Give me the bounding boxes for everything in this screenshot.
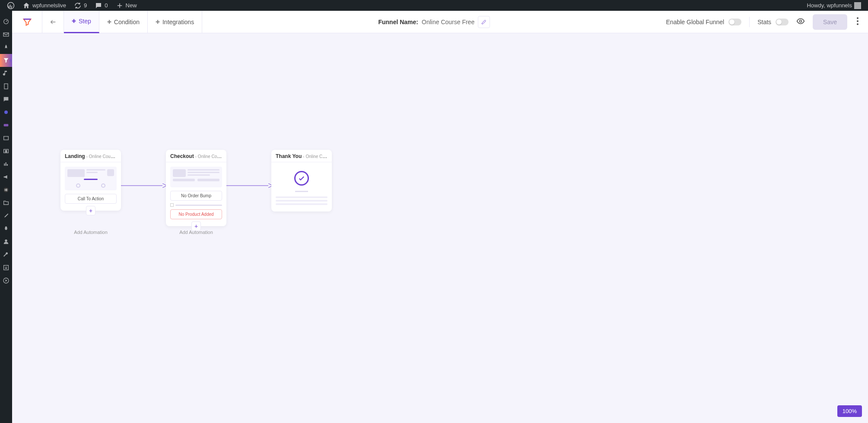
funnel-toolbar: ✚ Step ✚ Condition ✚ Integrations Funnel…	[12, 11, 868, 33]
node-thankyou[interactable]: Thank You - Online Course ...	[271, 150, 332, 212]
sidebar-wpfunnels[interactable]	[0, 54, 12, 67]
plus-icon: ✚	[156, 19, 160, 25]
user-icon	[3, 238, 10, 245]
no-product-added-button[interactable]: No Product Added	[170, 209, 222, 219]
tab-label: Step	[79, 18, 91, 25]
sidebar-users[interactable]	[0, 235, 12, 248]
sidebar-appearance[interactable]	[0, 209, 12, 222]
import-icon	[3, 264, 10, 271]
connector-arrow	[226, 183, 273, 188]
sidebar-import[interactable]	[0, 261, 12, 274]
node-title: Landing	[65, 153, 85, 159]
preview-button[interactable]	[796, 17, 805, 27]
sidebar-payments[interactable]: $	[0, 145, 12, 158]
sidebar-marketing[interactable]	[0, 170, 12, 183]
divider	[749, 17, 750, 27]
svg-point-4	[4, 110, 8, 114]
box-icon	[3, 135, 10, 142]
plus-icon	[116, 2, 124, 9]
node-preview	[170, 167, 222, 187]
brush-icon	[3, 212, 10, 219]
sidebar-templates[interactable]	[0, 196, 12, 209]
more-options-button[interactable]	[855, 16, 860, 28]
node-checkout[interactable]: Checkout - Online Course ...	[166, 150, 226, 226]
home-icon	[22, 2, 30, 9]
wp-admin-sidebar: $	[0, 11, 12, 423]
sidebar-media[interactable]	[0, 67, 12, 80]
enable-global-label: Enable Global Funnel	[666, 19, 725, 25]
sidebar-plugin-1[interactable]	[0, 106, 12, 119]
sidebar-mail[interactable]	[0, 28, 12, 41]
node-title: Checkout	[170, 153, 194, 159]
enable-global-toggle[interactable]	[728, 19, 741, 25]
svg-rect-6	[4, 136, 9, 140]
sidebar-box[interactable]	[0, 132, 12, 145]
back-button[interactable]	[42, 11, 64, 33]
pencil-icon	[481, 19, 486, 25]
add-automation-link[interactable]: Add Automation	[60, 230, 121, 235]
tab-integrations[interactable]: ✚ Integrations	[148, 11, 202, 33]
comments-link[interactable]: 0	[91, 2, 111, 9]
plus-icon: ✚	[107, 19, 111, 25]
edit-name-button[interactable]	[478, 16, 490, 28]
folder-icon	[3, 199, 10, 206]
svg-rect-12	[6, 189, 7, 190]
save-button[interactable]: Save	[813, 14, 847, 30]
sidebar-plugins[interactable]	[0, 222, 12, 235]
mail-icon	[3, 31, 10, 38]
sidebar-woo[interactable]	[0, 119, 12, 132]
greeting-text: Howdy, wpfunnels	[807, 2, 852, 9]
tab-step[interactable]: ✚ Step	[64, 11, 99, 33]
sidebar-pin[interactable]	[0, 41, 12, 54]
node-subtitle: - Online Course ...	[195, 154, 226, 159]
tab-label: Condition	[114, 19, 140, 25]
tab-label: Integrations	[162, 19, 194, 25]
svg-point-14	[5, 240, 7, 242]
updates-count: 9	[84, 2, 87, 9]
sidebar-dashboard[interactable]	[0, 15, 12, 28]
comments-icon	[3, 96, 10, 103]
comment-icon	[95, 2, 102, 9]
sidebar-analytics[interactable]	[0, 158, 12, 170]
checkmark-icon	[294, 171, 309, 186]
node-landing[interactable]: Landing - Online Course ... Call To Acti…	[60, 150, 121, 211]
comments-count: 0	[105, 2, 108, 9]
sidebar-settings[interactable]	[0, 274, 12, 287]
woo-icon	[3, 122, 10, 129]
sidebar-comments[interactable]	[0, 93, 12, 106]
wpfunnels-logo[interactable]	[12, 11, 42, 33]
wrench-icon	[3, 251, 10, 258]
checkout-option	[170, 203, 222, 207]
chart-icon	[3, 161, 10, 167]
wp-logo-menu[interactable]	[3, 2, 18, 9]
node-header: Landing - Online Course ...	[60, 150, 121, 162]
connector-arrow	[120, 183, 167, 188]
add-step-button[interactable]: +	[86, 206, 95, 215]
tab-condition[interactable]: ✚ Condition	[99, 11, 148, 33]
svg-rect-13	[6, 190, 7, 191]
node-preview	[65, 167, 117, 190]
eye-icon	[796, 17, 805, 25]
dollar-icon: $	[3, 148, 10, 155]
sidebar-elementor[interactable]	[0, 183, 12, 196]
call-to-action-button[interactable]: Call To Action	[65, 194, 117, 204]
site-home-link[interactable]: wpfunnelslive	[19, 2, 70, 9]
funnel-icon	[3, 57, 10, 64]
funnel-canvas[interactable]: Landing - Online Course ... Call To Acti…	[12, 33, 868, 423]
updates-link[interactable]: 9	[70, 2, 90, 9]
play-circle-icon	[3, 277, 10, 284]
sidebar-pages[interactable]	[0, 80, 12, 93]
add-automation-link[interactable]: Add Automation	[166, 230, 226, 235]
sidebar-tools[interactable]	[0, 248, 12, 261]
svg-point-20	[857, 23, 858, 25]
new-content-link[interactable]: New	[112, 2, 140, 9]
svg-point-18	[857, 17, 858, 19]
node-header: Checkout - Online Course ...	[166, 150, 226, 162]
elementor-icon	[3, 186, 10, 193]
zoom-level-badge[interactable]: 100%	[837, 405, 862, 417]
dashboard-icon	[3, 18, 10, 25]
no-order-bump-button[interactable]: No Order Bump	[170, 191, 222, 201]
stats-toggle[interactable]	[776, 19, 789, 25]
user-greeting[interactable]: Howdy, wpfunnels	[803, 2, 865, 9]
site-name: wpfunnelslive	[32, 2, 66, 9]
